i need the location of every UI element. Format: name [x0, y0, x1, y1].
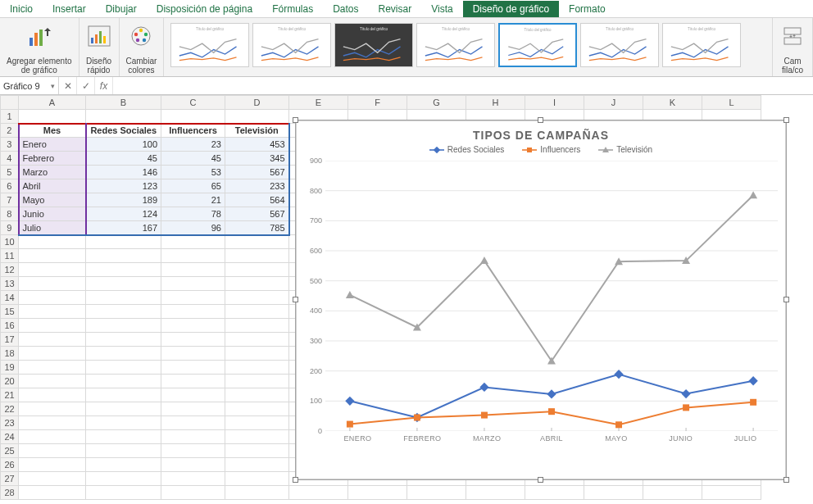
cell[interactable]	[86, 333, 161, 347]
resize-handle[interactable]	[293, 477, 298, 483]
row-header[interactable]: 27	[1, 472, 19, 486]
cell[interactable]: 100	[86, 138, 161, 152]
cell[interactable]: Marzo	[19, 166, 86, 179]
cell[interactable]	[19, 416, 86, 430]
cell[interactable]: 167	[86, 221, 161, 235]
ribbon-group-change-colors[interactable]: Cambiarcolores	[120, 18, 165, 76]
menu-tab-inicio[interactable]: Inicio	[0, 1, 43, 17]
chart-style-thumb[interactable]: Título del gráfico	[170, 23, 249, 67]
cell[interactable]	[161, 110, 225, 124]
cell[interactable]	[19, 375, 86, 388]
cell[interactable]	[161, 347, 225, 361]
cell[interactable]	[225, 361, 289, 375]
cell[interactable]	[19, 361, 86, 375]
worksheet-area[interactable]: ABCDEFGHIJKL12MesRedes SocialesInfluence…	[0, 95, 813, 504]
resize-handle[interactable]	[783, 117, 789, 123]
cell[interactable]	[225, 110, 289, 124]
chart-style-thumb[interactable]: Título del gráfico	[580, 23, 659, 67]
row-header[interactable]: 20	[1, 375, 19, 388]
cell[interactable]	[161, 333, 225, 347]
cell[interactable]	[225, 277, 289, 291]
cell[interactable]	[19, 291, 86, 305]
cell[interactable]	[86, 277, 161, 291]
cell[interactable]	[225, 319, 289, 333]
cell[interactable]: Enero	[19, 138, 86, 152]
cell[interactable]	[86, 458, 161, 472]
cell[interactable]: 345	[225, 152, 289, 166]
cell[interactable]	[161, 486, 225, 500]
cell[interactable]	[86, 249, 161, 263]
cell[interactable]: 45	[161, 152, 225, 166]
row-header[interactable]: 1	[1, 110, 19, 124]
cell[interactable]: Mayo	[19, 193, 86, 207]
cell[interactable]: Televisión	[225, 124, 289, 138]
cell[interactable]	[225, 430, 289, 444]
row-header[interactable]: 14	[1, 291, 19, 305]
row-header[interactable]: 23	[1, 416, 19, 430]
cell[interactable]	[19, 277, 86, 291]
cell[interactable]	[86, 110, 161, 124]
cell[interactable]	[161, 402, 225, 416]
cell[interactable]: 233	[225, 179, 289, 193]
col-header[interactable]: I	[525, 96, 584, 110]
cell[interactable]	[225, 333, 289, 347]
row-header[interactable]: 13	[1, 277, 19, 291]
cell[interactable]	[225, 472, 289, 486]
row-header[interactable]: 15	[1, 305, 19, 319]
cell[interactable]	[19, 319, 86, 333]
chart-title[interactable]: TIPOS DE CAMPAÑAS	[296, 120, 786, 143]
cell[interactable]	[19, 430, 86, 444]
cell[interactable]	[86, 486, 161, 500]
formula-input[interactable]	[113, 77, 813, 94]
cell[interactable]	[225, 388, 289, 402]
cell[interactable]	[19, 347, 86, 361]
cell[interactable]: 96	[161, 221, 225, 235]
chart-style-thumb[interactable]: Título del gráfico	[498, 23, 577, 67]
cell[interactable]: 23	[161, 138, 225, 152]
cell[interactable]	[161, 388, 225, 402]
cell[interactable]: 564	[225, 193, 289, 207]
row-header[interactable]: 5	[1, 166, 19, 179]
cell[interactable]	[225, 347, 289, 361]
col-header[interactable]: C	[161, 96, 225, 110]
cell[interactable]	[86, 472, 161, 486]
confirm-formula-button[interactable]: ✓	[77, 77, 95, 94]
cell[interactable]	[225, 291, 289, 305]
col-header[interactable]: F	[348, 96, 407, 110]
cell[interactable]: Redes Sociales	[86, 124, 161, 138]
chart-style-thumb[interactable]: Título del gráfico	[416, 23, 495, 67]
cell[interactable]	[225, 263, 289, 277]
row-header[interactable]: 19	[1, 361, 19, 375]
col-header[interactable]: G	[407, 96, 466, 110]
name-box[interactable]: Gráfico 9 ▾	[0, 77, 59, 94]
cell[interactable]	[19, 444, 86, 458]
cell[interactable]	[525, 486, 584, 500]
cell[interactable]	[161, 430, 225, 444]
cell[interactable]	[348, 486, 407, 500]
cell[interactable]	[161, 291, 225, 305]
cell[interactable]	[19, 263, 86, 277]
col-header[interactable]: L	[702, 96, 761, 110]
cell[interactable]	[225, 416, 289, 430]
resize-handle[interactable]	[783, 477, 789, 483]
cell[interactable]	[225, 249, 289, 263]
col-header[interactable]: A	[19, 96, 86, 110]
cell[interactable]	[161, 277, 225, 291]
cell[interactable]	[225, 235, 289, 249]
cell[interactable]	[86, 235, 161, 249]
cell[interactable]: 567	[225, 166, 289, 179]
cell[interactable]	[161, 249, 225, 263]
cell[interactable]	[86, 263, 161, 277]
cell[interactable]	[161, 416, 225, 430]
chart-style-thumb[interactable]: Título del gráfico	[252, 23, 331, 67]
cell[interactable]	[225, 402, 289, 416]
cell[interactable]	[19, 472, 86, 486]
cell[interactable]	[86, 388, 161, 402]
col-header[interactable]: B	[86, 96, 161, 110]
col-header[interactable]: H	[466, 96, 525, 110]
cell[interactable]: 53	[161, 166, 225, 179]
cell[interactable]	[702, 486, 761, 500]
cell[interactable]: Julio	[19, 221, 86, 235]
cell[interactable]	[161, 375, 225, 388]
cell[interactable]	[86, 361, 161, 375]
